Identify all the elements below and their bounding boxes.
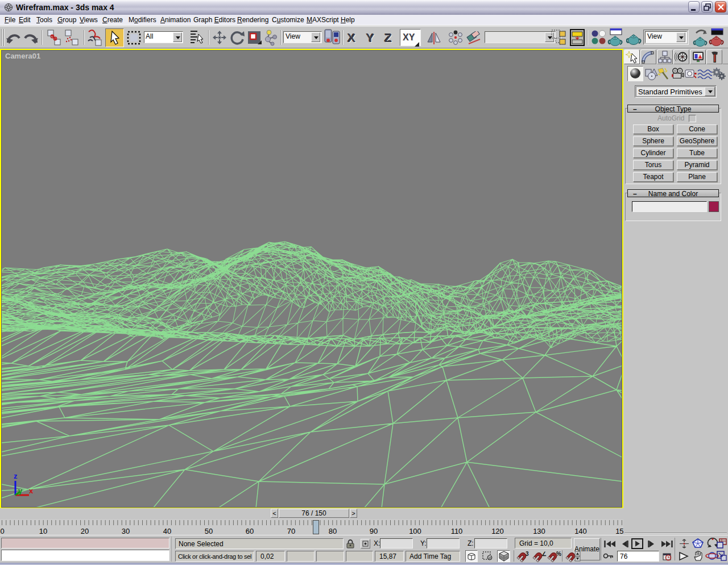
svg-text:%: % <box>556 551 561 557</box>
svg-text:∠: ∠ <box>541 551 547 557</box>
svg-text:z: z <box>14 472 18 480</box>
svg-text:x: x <box>29 487 34 495</box>
svg-text:y: y <box>18 487 23 495</box>
svg-text:3: 3 <box>526 551 529 557</box>
